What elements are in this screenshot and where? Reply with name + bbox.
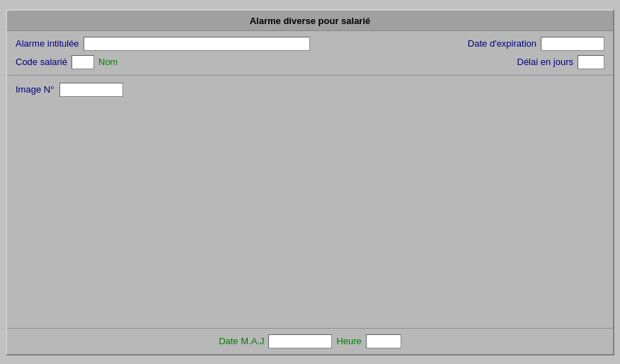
alarme-intitulee-label: Alarme intitulée: [16, 38, 79, 49]
heure-label: Heure: [336, 336, 361, 346]
nom-label: Nom: [98, 57, 117, 67]
window-title: Alarme diverse pour salarié: [250, 16, 371, 26]
footer: Date M.A.J Heure: [7, 329, 613, 354]
delai-jours-input[interactable]: [578, 55, 604, 69]
title-bar: Alarme diverse pour salarié: [7, 11, 613, 31]
form-area: Alarme intitulée Date d'expiration Code …: [7, 31, 613, 76]
date-maj-label: Date M.A.J: [219, 336, 264, 346]
image-no-label: Image N°: [16, 84, 54, 95]
date-maj-input[interactable]: [268, 334, 332, 348]
right-section-1: Date d'expiration: [468, 37, 604, 51]
delai-jours-label: Délai en jours: [517, 57, 574, 67]
image-row: Image N°: [16, 83, 604, 97]
date-expiration-label: Date d'expiration: [468, 38, 536, 49]
heure-input[interactable]: [366, 334, 401, 348]
main-window: Alarme diverse pour salarié Alarme intit…: [6, 9, 614, 356]
form-row-1: Alarme intitulée Date d'expiration: [16, 37, 604, 51]
code-salarie-label: Code salarié: [16, 57, 67, 67]
content-area: Image N°: [7, 76, 613, 328]
code-salarie-input[interactable]: [71, 55, 94, 69]
alarme-intitulee-input[interactable]: [84, 37, 310, 51]
form-row-2: Code salarié Nom Délai en jours: [16, 55, 604, 69]
date-expiration-input[interactable]: [541, 37, 604, 51]
image-no-input[interactable]: [59, 83, 123, 97]
right-section-2: Délai en jours: [517, 55, 605, 69]
